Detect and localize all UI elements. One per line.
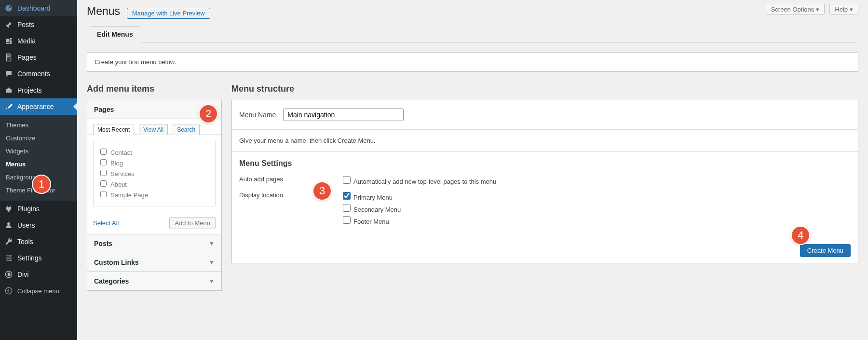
screen-options-button[interactable]: Screen Options▾ <box>766 4 825 15</box>
subitem-widgets[interactable]: Widgets <box>0 145 77 158</box>
page-checkbox[interactable] <box>100 159 107 165</box>
page-item-services[interactable]: Services <box>100 168 208 179</box>
badge-4: 4 <box>791 226 810 245</box>
page-title: Menus <box>87 5 120 18</box>
sidebar-item-appearance[interactable]: Appearance <box>0 98 77 115</box>
page-checkbox[interactable] <box>100 180 107 187</box>
create-menu-button[interactable]: Create Menu <box>800 244 851 257</box>
primary-checkbox[interactable] <box>343 192 351 200</box>
sidebar-item-plugins[interactable]: Plugins <box>0 201 77 217</box>
add-to-menu-button[interactable]: Add to Menu <box>169 217 216 229</box>
footer-checkbox[interactable] <box>343 216 351 224</box>
location-footer[interactable]: Footer Menu <box>343 215 401 227</box>
categories-section: Categories▼ <box>87 272 221 290</box>
sidebar-item-settings[interactable]: Settings <box>0 250 77 266</box>
page-checkbox[interactable] <box>100 191 107 197</box>
auto-add-label: Auto add pages <box>239 175 343 183</box>
auto-add-option[interactable]: Automatically add new top-level pages to… <box>343 175 496 187</box>
menu-header: Menu Name <box>232 100 858 130</box>
menu-help-text: Give your menu a name, then click Create… <box>232 130 858 152</box>
categories-header[interactable]: Categories▼ <box>87 272 221 290</box>
collapse-icon <box>4 286 14 296</box>
accordion: Pages▲ Most Recent View All Search Conta… <box>87 100 222 291</box>
svg-point-4 <box>5 287 12 294</box>
svg-point-2 <box>10 259 12 261</box>
sidebar-label: Pages <box>17 54 37 61</box>
page-icon <box>4 53 14 62</box>
collapse-label: Collapse menu <box>17 287 59 295</box>
secondary-checkbox[interactable] <box>343 204 351 212</box>
sliders-icon <box>4 253 14 263</box>
sidebar-label: Appearance <box>17 103 54 110</box>
notice: Create your first menu below. <box>87 52 858 72</box>
sidebar-label: Settings <box>17 254 42 262</box>
badge-1: 1 <box>32 175 51 194</box>
sidebar-label: Posts <box>17 21 34 28</box>
sidebar-item-divi[interactable]: Divi <box>0 266 77 283</box>
sidebar-label: Media <box>17 37 36 45</box>
menu-name-input[interactable] <box>283 109 404 121</box>
sidebar-label: Users <box>17 221 35 229</box>
tab-edit-menus[interactable]: Edit Menus <box>90 26 140 42</box>
sidebar-label: Plugins <box>17 205 40 213</box>
collapse-menu[interactable]: Collapse menu <box>0 283 77 299</box>
comment-icon <box>4 69 14 79</box>
page-item-sample[interactable]: Sample Page <box>100 190 208 200</box>
caret-down-icon: ▾ <box>816 6 819 13</box>
subitem-menus[interactable]: Menus <box>0 158 77 171</box>
svg-point-0 <box>10 255 11 257</box>
pages-list: Contact Blog Services About Sample Page <box>93 141 216 206</box>
location-secondary[interactable]: Secondary Menu <box>343 203 401 215</box>
page-item-blog[interactable]: Blog <box>100 158 208 168</box>
sidebar-item-projects[interactable]: Projects <box>0 82 77 98</box>
admin-sidebar: Dashboard Posts Media Pages Comments Pro… <box>0 0 77 340</box>
page-item-contact[interactable]: Contact <box>100 147 208 158</box>
sidebar-item-tools[interactable]: Tools <box>0 233 77 250</box>
wrench-icon <box>4 237 14 246</box>
user-icon <box>4 220 14 230</box>
subitem-themes[interactable]: Themes <box>0 119 77 132</box>
pin-icon <box>4 20 14 29</box>
sidebar-item-posts[interactable]: Posts <box>0 16 77 33</box>
divi-icon <box>4 270 14 279</box>
page-checkbox[interactable] <box>100 170 107 176</box>
select-all-link[interactable]: Select All <box>93 219 119 227</box>
filter-search[interactable]: Search <box>173 124 200 135</box>
media-icon <box>4 36 14 46</box>
posts-section: Posts▼ <box>87 234 221 253</box>
sidebar-label: Projects <box>17 86 42 94</box>
brush-icon <box>4 102 14 111</box>
badge-3: 3 <box>312 181 332 201</box>
sidebar-item-comments[interactable]: Comments <box>0 66 77 82</box>
menu-footer: Create Menu <box>232 238 858 263</box>
auto-add-checkbox[interactable] <box>343 176 351 184</box>
caret-down-icon: ▼ <box>209 240 215 247</box>
filter-view-all[interactable]: View All <box>139 124 168 135</box>
add-items-heading: Add menu items <box>87 84 222 94</box>
live-preview-link[interactable]: Manage with Live Preview <box>127 8 210 19</box>
sidebar-item-media[interactable]: Media <box>0 33 77 49</box>
plug-icon <box>4 204 14 214</box>
sidebar-item-pages[interactable]: Pages <box>0 49 77 66</box>
sidebar-label: Comments <box>17 70 50 78</box>
subitem-customize[interactable]: Customize <box>0 132 77 145</box>
page-checkbox[interactable] <box>100 149 107 155</box>
briefcase-icon <box>4 85 14 95</box>
filter-most-recent[interactable]: Most Recent <box>93 124 134 135</box>
filter-tabs: Most Recent View All Search <box>87 119 221 135</box>
sidebar-label: Divi <box>17 271 28 278</box>
help-button[interactable]: Help▾ <box>829 4 858 15</box>
sidebar-label: Tools <box>17 238 33 245</box>
posts-header[interactable]: Posts▼ <box>87 234 221 253</box>
page-item-about[interactable]: About <box>100 179 208 190</box>
gauge-icon <box>4 3 14 13</box>
caret-down-icon: ▼ <box>209 278 215 285</box>
location-primary[interactable]: Primary Menu <box>343 190 401 203</box>
sidebar-item-users[interactable]: Users <box>0 217 77 233</box>
settings-heading: Menu Settings <box>239 159 851 168</box>
sidebar-item-dashboard[interactable]: Dashboard <box>0 0 77 16</box>
sidebar-label: Dashboard <box>17 4 51 12</box>
nav-tabs: Edit Menus <box>87 26 858 42</box>
custom-links-header[interactable]: Custom Links▼ <box>87 253 221 272</box>
menu-structure-heading: Menu structure <box>231 84 858 94</box>
